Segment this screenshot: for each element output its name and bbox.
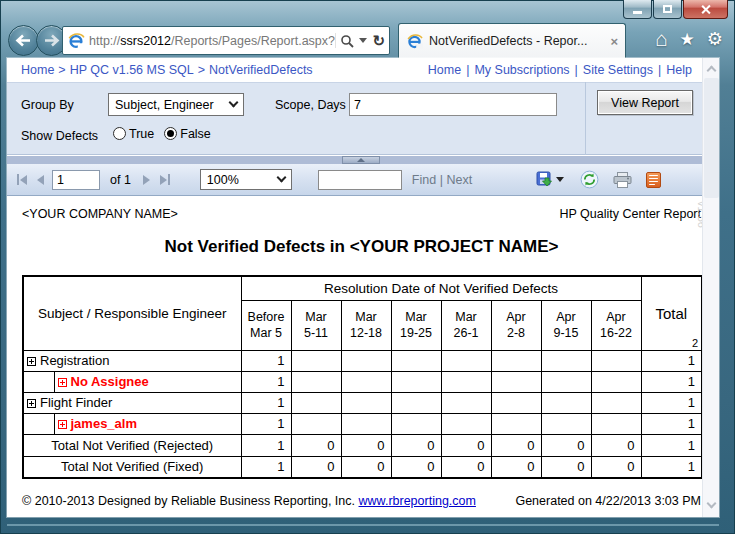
- date-column-header: Apr16-22: [591, 300, 641, 350]
- total-header-label: Total: [655, 305, 687, 322]
- date-column-header: Mar19-25: [391, 300, 441, 350]
- zoom-select[interactable]: 100%: [200, 169, 292, 190]
- value-cell: [591, 350, 641, 371]
- home-icon[interactable]: ⌂: [655, 27, 668, 51]
- page-content: Home>HP QC v1.56 MS SQL>NotVerifiedDefec…: [7, 58, 719, 517]
- view-report-button[interactable]: View Report: [597, 90, 693, 115]
- value-cell: [291, 413, 341, 434]
- subject-cell: james_alm: [54, 413, 241, 434]
- breadcrumb-home[interactable]: Home: [21, 63, 54, 77]
- value-cell: 0: [541, 456, 591, 478]
- date-column-header: BeforeMar 5: [241, 300, 291, 350]
- search-icon[interactable]: [340, 34, 354, 48]
- chrome-icons: ⌂ ★ ⚙: [655, 27, 723, 51]
- vertical-scrollbar[interactable]: [702, 58, 719, 517]
- maximize-button[interactable]: [653, 0, 682, 19]
- print-button[interactable]: [613, 172, 632, 188]
- value-cell: 0: [341, 456, 391, 478]
- value-cell: [391, 413, 441, 434]
- value-cell: [591, 413, 641, 434]
- next-page-button[interactable]: [141, 173, 152, 187]
- settings-gear-icon[interactable]: ⚙: [707, 28, 723, 50]
- address-bar[interactable]: http://ssrs2012/Reports/Pages/Report.asp…: [62, 26, 390, 55]
- value-cell: 0: [541, 434, 591, 456]
- value-cell: [341, 350, 391, 371]
- breadcrumb-current[interactable]: NotVerifiedDefects: [209, 63, 313, 77]
- subject-column-header: Subject / Responsible Engineer: [23, 276, 241, 350]
- radio-true[interactable]: [113, 127, 126, 140]
- value-cell: [391, 350, 441, 371]
- value-cell: [441, 371, 491, 392]
- find-link[interactable]: Find: [412, 173, 436, 187]
- browser-window: http://ssrs2012/Reports/Pages/Report.asp…: [0, 0, 735, 534]
- page-number-input[interactable]: [52, 170, 100, 190]
- generated-timestamp: Generated on 4/22/2013 3:03 PM: [515, 494, 701, 508]
- date-column-header: Mar26-1: [441, 300, 491, 350]
- report-toolbar: of 1 100% Find | Next: [7, 164, 702, 196]
- value-cell: [391, 392, 441, 413]
- first-page-button[interactable]: [15, 172, 29, 187]
- expand-icon[interactable]: [58, 378, 67, 387]
- breadcrumb-separator: >: [58, 63, 65, 77]
- back-arrow-icon: [15, 34, 32, 47]
- close-button[interactable]: [683, 0, 728, 19]
- minimize-button[interactable]: [623, 0, 652, 19]
- chevron-down-icon: [276, 173, 286, 183]
- find-input[interactable]: [318, 170, 402, 190]
- value-cell: 0: [391, 456, 441, 478]
- table-row: Registration11: [23, 350, 702, 371]
- export-save-button[interactable]: [536, 171, 553, 188]
- scroll-up-button[interactable]: [703, 60, 719, 77]
- value-cell: [441, 392, 491, 413]
- value-cell: 0: [291, 434, 341, 456]
- favorites-star-icon[interactable]: ★: [680, 29, 695, 50]
- group-by-select[interactable]: Subject, Engineer: [108, 93, 244, 116]
- expand-icon[interactable]: [27, 357, 36, 366]
- browser-navbar: http://ssrs2012/Reports/Pages/Report.asp…: [0, 22, 735, 58]
- company-name: <YOUR COMPANY NAME>: [22, 207, 178, 221]
- value-cell: [291, 371, 341, 392]
- radio-false-label: False: [180, 127, 211, 141]
- resolution-date-group-header: Resolution Date of Not Verified Defects: [241, 276, 641, 300]
- export-dropdown-icon[interactable]: [556, 177, 564, 182]
- date-column-header: Mar5-11: [291, 300, 341, 350]
- link-my-subscriptions[interactable]: My Subscriptions: [474, 63, 569, 77]
- breadcrumb-separator: >: [198, 63, 205, 77]
- scrollbar-thumb[interactable]: [704, 78, 719, 198]
- refresh-report-button[interactable]: [580, 170, 599, 189]
- back-button[interactable]: [8, 25, 39, 56]
- table-header-row: Subject / Responsible Engineer Resolutio…: [23, 276, 702, 300]
- window-bottom-edge: [7, 524, 719, 526]
- forward-arrow-icon: [43, 34, 60, 47]
- collapse-parameters-handle[interactable]: [342, 156, 380, 164]
- link-site-settings[interactable]: Site Settings: [583, 63, 653, 77]
- value-cell: [541, 350, 591, 371]
- previous-page-button[interactable]: [35, 173, 46, 187]
- last-page-button[interactable]: [158, 172, 172, 187]
- browser-tab[interactable]: NotVerifiedDefects - Repor... ×: [398, 23, 626, 58]
- scroll-down-button[interactable]: [703, 496, 719, 513]
- rbreporting-link[interactable]: www.rbreporting.com: [359, 494, 476, 508]
- breadcrumb-folder[interactable]: HP QC v1.56 MS SQL: [70, 63, 194, 77]
- address-dropdown-icon[interactable]: [359, 38, 367, 43]
- link-help[interactable]: Help: [666, 63, 692, 77]
- next-link[interactable]: Next: [446, 173, 472, 187]
- value-cell: [491, 350, 541, 371]
- value-cell: [441, 350, 491, 371]
- chevron-down-icon: [707, 498, 717, 508]
- value-cell: 0: [591, 434, 641, 456]
- radio-false[interactable]: [164, 127, 177, 140]
- total-row-label: Total Not Verified (Fixed): [23, 456, 241, 478]
- tab-close-icon[interactable]: ×: [610, 34, 618, 49]
- scope-days-input[interactable]: [349, 93, 557, 116]
- link-home[interactable]: Home: [428, 63, 461, 77]
- expand-icon[interactable]: [27, 399, 36, 408]
- ie-icon: [67, 32, 85, 50]
- defects-table: Subject / Responsible Engineer Resolutio…: [22, 275, 703, 479]
- value-cell: 1: [241, 350, 291, 371]
- group-by-label: Group By: [21, 98, 74, 112]
- value-cell: 0: [491, 434, 541, 456]
- page-refresh-icon[interactable]: ↻: [372, 33, 385, 48]
- expand-icon[interactable]: [58, 420, 67, 429]
- data-feed-button[interactable]: [646, 172, 661, 188]
